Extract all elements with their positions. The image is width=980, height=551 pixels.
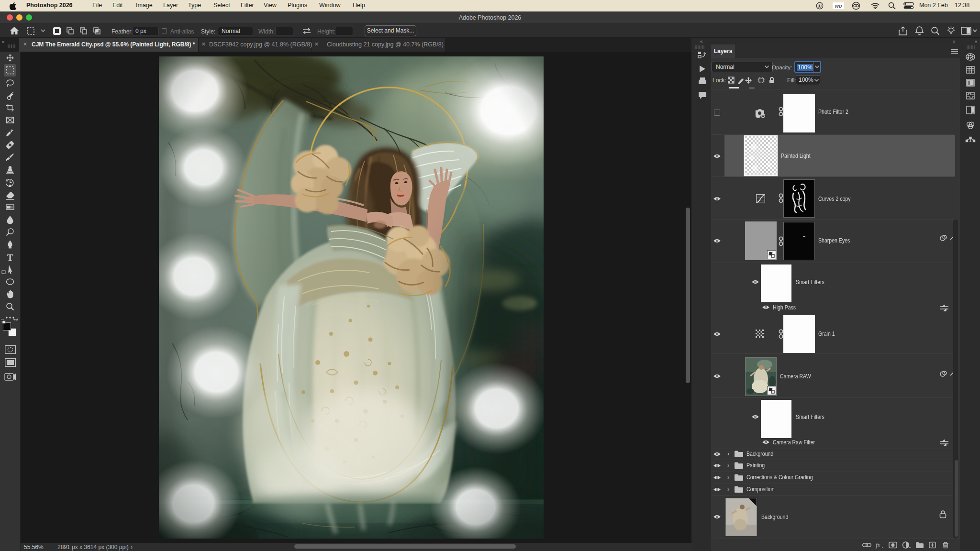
svg-text:WD: WD: [835, 4, 842, 9]
svg-text:fx: fx: [876, 541, 880, 549]
svg-text:T: T: [7, 253, 13, 263]
